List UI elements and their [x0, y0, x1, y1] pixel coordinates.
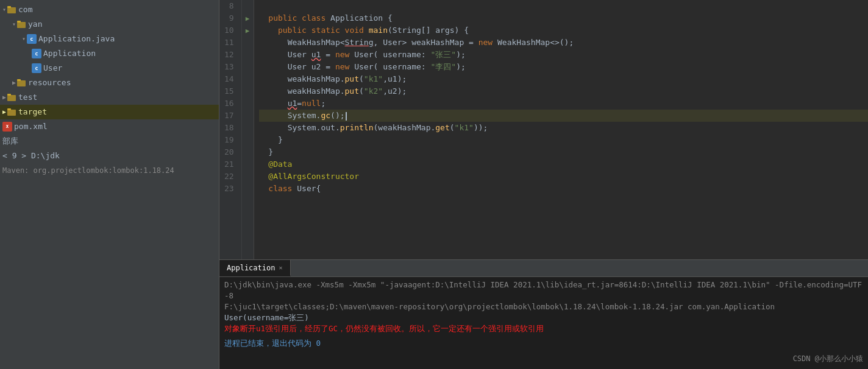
folder-icon — [17, 79, 26, 86]
expand-icon: ▾ — [22, 33, 26, 45]
expand-icon: ▶ — [2, 91, 6, 104]
gutter-line-8 — [242, 0, 254, 12]
console-line-2: F:\juc1\target\classes;D:\maven\maven-re… — [224, 301, 863, 312]
code-line-23: class User{ — [259, 183, 868, 195]
sidebar-item-user-class[interactable]: c User — [0, 61, 219, 76]
sidebar-label-application: Application — [43, 47, 96, 60]
folder-icon — [7, 108, 16, 116]
editor-area: 8 9 10 11 12 13 14 15 16 17 18 19 20 21 … — [219, 0, 868, 369]
expand-icon: ▾ — [12, 18, 16, 30]
code-line-8 — [259, 0, 868, 12]
class-icon: c — [32, 49, 41, 58]
sidebar-item-target[interactable]: ▶ target — [0, 105, 219, 119]
bottom-tab-label: Application — [227, 264, 275, 272]
sidebar-label-jdk: < 9 > D:\jdk — [2, 150, 60, 162]
sidebar-label-pom: pom.xml — [14, 121, 48, 133]
gutter-line-14 — [242, 73, 254, 85]
code-line-12: User u1 = new User( username: "张三"); — [259, 49, 868, 61]
code-line-15: weakHashMap.put("k2",u2); — [259, 85, 868, 97]
code-line-16: u1=null; — [259, 97, 868, 110]
watermark: CSDN @小那么小小猿 — [793, 354, 863, 364]
sidebar-label-maven: Maven: org.projectlombok:lombok:1.18.24 — [2, 164, 174, 177]
sidebar-item-com[interactable]: ▾ com — [0, 2, 219, 17]
svg-rect-0 — [7, 7, 16, 13]
folder-icon — [17, 21, 26, 28]
gutter-line-12 — [242, 49, 254, 61]
code-container: 8 9 10 11 12 13 14 15 16 17 18 19 20 21 … — [219, 0, 868, 259]
code-line-20: } — [259, 146, 868, 158]
svg-rect-5 — [17, 79, 21, 81]
sidebar: ▾ com ▾ yan ▾ c Application.java c Appli… — [0, 0, 219, 369]
sidebar-label-yan: yan — [28, 18, 42, 30]
sidebar-label-resources: resources — [28, 77, 71, 89]
svg-rect-6 — [7, 95, 16, 101]
gutter-line-11 — [242, 37, 254, 49]
console-line-5: 进程已结束，退出代码为 0 — [224, 338, 863, 349]
expand-icon: ▾ — [2, 4, 6, 16]
sidebar-label-deps: 部库 — [2, 135, 18, 147]
gutter-line-17 — [242, 110, 254, 122]
sidebar-item-yan[interactable]: ▾ yan — [0, 17, 219, 32]
code-line-14: weakHashMap.put("k1",u1); — [259, 73, 868, 85]
java-file-icon: c — [27, 34, 37, 44]
bottom-tabs: Application ✕ — [219, 260, 868, 277]
sidebar-item-pom[interactable]: x pom.xml — [0, 119, 219, 134]
console-line-1: D:\jdk\bin\java.exe -Xms5m -Xmx5m "-java… — [224, 279, 863, 301]
code-line-13: User u2 = new User( username: "李四"); — [259, 61, 868, 73]
code-line-22: @AllArgsConstructor — [259, 170, 868, 183]
sidebar-item-resources[interactable]: ▶ resources — [0, 76, 219, 90]
console-line-3: User(username=张三) — [224, 312, 863, 323]
sidebar-label-application-java: Application.java — [38, 33, 115, 45]
gutter-line-20 — [242, 146, 254, 158]
sidebar-label-target: target — [18, 106, 47, 118]
svg-rect-7 — [7, 94, 11, 96]
sidebar-item-deps[interactable]: 部库 — [0, 134, 219, 149]
sidebar-item-jdk[interactable]: < 9 > D:\jdk — [0, 149, 219, 163]
sidebar-item-test[interactable]: ▶ test — [0, 90, 219, 105]
folder-icon — [7, 94, 16, 101]
sidebar-item-maven[interactable]: Maven: org.projectlombok:lombok:1.18.24 — [0, 163, 219, 178]
sidebar-label-user: User — [43, 62, 62, 74]
sidebar-item-application-java[interactable]: ▾ c Application.java — [0, 32, 219, 46]
svg-rect-2 — [17, 22, 26, 28]
gutter-line-15 — [242, 85, 254, 97]
sidebar-item-application-class[interactable]: c Application — [0, 46, 219, 61]
svg-rect-9 — [7, 108, 11, 110]
code-line-18: System.out.println(weakHashMap.get("k1")… — [259, 122, 868, 134]
expand-icon: ▶ — [12, 77, 16, 89]
gutter-line-9[interactable]: ▶ — [242, 12, 254, 24]
code-line-17: System.gc(); — [259, 110, 868, 122]
bottom-tab-application[interactable]: Application ✕ — [219, 260, 291, 276]
run-gutter: ▶ ▶ — [242, 0, 254, 259]
svg-rect-4 — [17, 80, 26, 86]
line-numbers: 8 9 10 11 12 13 14 15 16 17 18 19 20 21 … — [219, 0, 242, 259]
console-output: D:\jdk\bin\java.exe -Xms5m -Xmx5m "-java… — [219, 277, 868, 369]
expand-icon: ▶ — [2, 106, 6, 118]
code-lines[interactable]: public class Application { public static… — [254, 0, 868, 259]
code-line-11: WeakHashMap<String, User> weakHashMap = … — [259, 37, 868, 49]
gutter-line-21 — [242, 158, 254, 170]
gutter-line-16 — [242, 97, 254, 110]
gutter-line-22 — [242, 170, 254, 183]
sidebar-label-com: com — [18, 4, 32, 16]
svg-rect-8 — [7, 110, 16, 116]
folder-icon — [7, 6, 16, 13]
gutter-line-13 — [242, 61, 254, 73]
xml-icon: x — [2, 122, 12, 132]
code-line-21: @Data — [259, 158, 868, 170]
main-container: ▾ com ▾ yan ▾ c Application.java c Appli… — [0, 0, 868, 369]
svg-rect-1 — [7, 6, 11, 8]
gutter-line-23 — [242, 183, 254, 195]
code-line-10: public static void main(String[] args) { — [259, 24, 868, 37]
sidebar-label-test: test — [18, 91, 37, 104]
gutter-line-10[interactable]: ▶ — [242, 24, 254, 37]
close-tab-button[interactable]: ✕ — [279, 264, 282, 271]
code-line-19: } — [259, 134, 868, 146]
bottom-panel: Application ✕ D:\jdk\bin\java.exe -Xms5m… — [219, 259, 868, 369]
gutter-line-18 — [242, 122, 254, 134]
class-icon: c — [32, 63, 41, 73]
code-line-9: public class Application { — [259, 12, 868, 24]
svg-rect-3 — [17, 21, 21, 23]
gutter-line-19 — [242, 134, 254, 146]
console-line-4: 对象断开u1强引用后，经历了GC，仍然没有被回收。所以，它一定还有一个强引用或软… — [224, 323, 863, 334]
